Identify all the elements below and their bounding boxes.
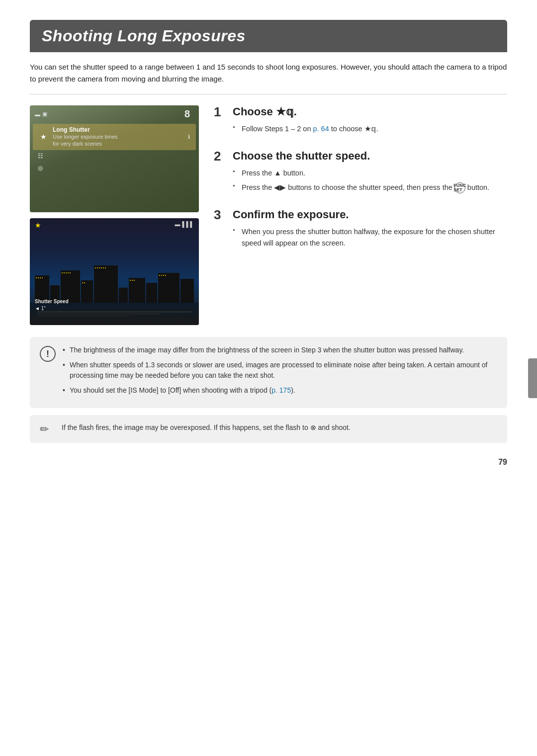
notice-box-warning: ! The brightness of the image may differ… — [30, 337, 507, 408]
right-accent-bar — [528, 358, 537, 398]
step-3-bullet-1: When you press the shutter button halfwa… — [233, 226, 507, 249]
step-1-bullets: Follow Steps 1 – 2 on p. 64 to choose ★𝕢… — [233, 123, 507, 134]
building-lights-4 — [82, 282, 92, 283]
city-buildings — [30, 263, 199, 303]
notice-area: ! The brightness of the image may differ… — [30, 337, 507, 443]
building-lights-7 — [130, 280, 145, 281]
step-3-bullets: When you press the shutter button halfwa… — [233, 226, 507, 249]
page-number: 79 — [30, 458, 507, 467]
section-divider — [30, 94, 507, 94]
intro-paragraph: You can set the shutter speed to a range… — [30, 61, 507, 85]
star-mode-icon: ★ — [35, 221, 41, 229]
sd-icon: ▣ — [42, 111, 47, 117]
menu-item-2: ☷ — [30, 150, 199, 162]
night-right-icons: ▬ ▌▌▌ — [175, 221, 194, 229]
step-2: 2 Choose the shutter speed. Press the ▲ … — [214, 150, 507, 196]
menu-item-label: Long Shutter — [53, 126, 118, 133]
battery-icon-night: ▬ — [175, 221, 180, 229]
shutter-speed-value: ◄ 1" — [35, 306, 46, 311]
building-6 — [119, 288, 127, 303]
building-5 — [94, 265, 118, 303]
menu-item-right-icons: ℹ — [188, 134, 190, 140]
camera-screen-menu: ▬ ▣ 8 ★ Long Shutter Use longer exposure… — [30, 105, 199, 212]
step-2-bullets: Press the ▲ button. Press the ◀▶ buttons… — [233, 168, 507, 193]
building-3 — [61, 270, 80, 303]
building-8 — [146, 283, 157, 303]
step-3-content: Confirm the exposure. When you press the… — [233, 208, 507, 252]
building-lights-5 — [95, 267, 117, 268]
info-icon: ℹ — [188, 134, 190, 140]
menu-icon-2: ☷ — [36, 153, 45, 160]
tip-content: If the flash fires, the image may be ove… — [62, 422, 497, 433]
building-lights-3 — [62, 272, 79, 273]
link-p64: p. 64 — [313, 125, 329, 133]
notice-content: The brightness of the image may differ f… — [63, 345, 497, 400]
menu-item-sublabel: Use longer exposure timesfor very dark s… — [53, 133, 118, 148]
link-p175: p. 175 — [271, 386, 291, 394]
page-title: Shooting Long Exposures — [42, 27, 495, 45]
title-bar: Shooting Long Exposures — [30, 20, 507, 52]
building-9 — [158, 273, 179, 303]
building-10 — [180, 279, 194, 303]
step-1-number: 1 — [214, 105, 226, 118]
step-2-title: Choose the shutter speed. — [233, 150, 507, 163]
night-screen-top-icons: ★ ▬ ▌▌▌ — [30, 221, 199, 229]
building-lights-9 — [159, 275, 179, 276]
steps-column: 1 Choose ★𝕢. Follow Steps 1 – 2 on p. 64… — [214, 105, 507, 325]
step-1-bullet-1: Follow Steps 1 – 2 on p. 64 to choose ★𝕢… — [233, 123, 507, 134]
camera-screen-night: ★ ▬ ▌▌▌ — [30, 218, 199, 325]
step-2-content: Choose the shutter speed. Press the ▲ bu… — [233, 150, 507, 196]
shutter-speed-label: Shutter Speed — [35, 299, 69, 304]
func-set-button: FUNCSET — [454, 182, 465, 193]
long-shutter-icon: ★ — [39, 133, 48, 141]
camera-menu-list: ★ Long Shutter Use longer exposure times… — [30, 122, 199, 212]
water-line-2 — [37, 314, 161, 314]
water-reflection — [30, 303, 199, 325]
building-7 — [129, 278, 146, 303]
notice-list: The brightness of the image may differ f… — [63, 345, 497, 396]
water-line-1 — [37, 312, 191, 312]
screenshots-column: ▬ ▣ 8 ★ Long Shutter Use longer exposure… — [30, 105, 199, 325]
step-1: 1 Choose ★𝕢. Follow Steps 1 – 2 on p. 64… — [214, 105, 507, 138]
menu-icon-3: ◎ — [36, 165, 45, 171]
menu-item-3: ◎ — [30, 162, 199, 174]
step-3: 3 Confirm the exposure. When you press t… — [214, 208, 507, 252]
menu-item-long-shutter: ★ Long Shutter Use longer exposure times… — [33, 124, 196, 150]
step-2-number: 2 — [214, 150, 226, 163]
pencil-icon: ✏ — [40, 423, 55, 436]
main-content: ▬ ▣ 8 ★ Long Shutter Use longer exposure… — [30, 105, 507, 325]
notice-item-1: The brightness of the image may differ f… — [63, 345, 497, 356]
bars-icon: ▌▌▌ — [182, 221, 194, 229]
step-3-number: 3 — [214, 208, 226, 221]
notice-item-2: When shutter speeds of 1.3 seconds or sl… — [63, 360, 497, 381]
screen-left-icons: ▬ ▣ — [35, 111, 47, 117]
screen-top-bar: ▬ ▣ 8 — [30, 105, 199, 122]
step-3-title: Confirm the exposure. — [233, 208, 507, 221]
screen-shot-count: 8 — [184, 108, 194, 120]
step-1-title: Choose ★𝕢. — [233, 105, 507, 118]
building-lights-1 — [36, 277, 48, 278]
water-line-3 — [37, 316, 130, 316]
building-4 — [81, 280, 93, 303]
battery-icon: ▬ — [35, 111, 40, 117]
step-1-content: Choose ★𝕢. Follow Steps 1 – 2 on p. 64 t… — [233, 105, 507, 138]
tip-box: ✏ If the flash fires, the image may be o… — [30, 415, 507, 443]
menu-item-text-block: Long Shutter Use longer exposure timesfo… — [53, 126, 118, 148]
notice-item-3: You should set the [IS Mode] to [Off] wh… — [63, 385, 497, 396]
warning-icon: ! — [40, 346, 56, 362]
step-2-bullet-1: Press the ▲ button. — [233, 168, 507, 178]
step-2-bullet-2: Press the ◀▶ buttons to choose the shutt… — [233, 182, 507, 193]
